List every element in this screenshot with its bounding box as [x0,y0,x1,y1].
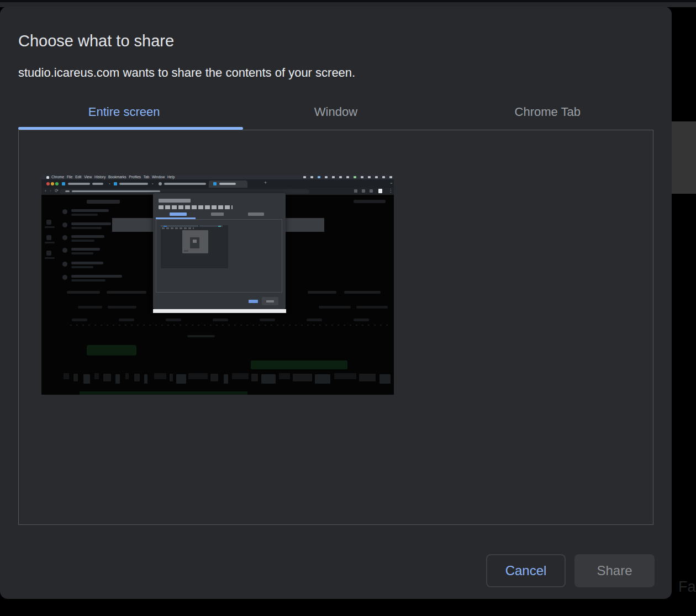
toolbar-control-blur [334,373,356,379]
list-badge-blur [46,220,51,225]
toolbar-control-blur [83,374,90,384]
menubar-status-icon [325,176,328,178]
tab-chrome-tab[interactable]: Chrome Tab [442,100,653,124]
menubar-status-icons [260,176,392,178]
footer-text-blur [78,306,102,309]
toolbar-control-blur [134,374,140,381]
recursive-dialog-title-blur [159,199,191,203]
recursive-share-dialog [153,193,286,309]
menubar-status-icon [368,176,371,178]
toolbar-control-blur [279,373,290,379]
list-row-icon-blur [62,262,67,267]
backdrop-clipped-text: Fa [678,578,696,596]
tab-overflow-icon: ⌄ [389,180,393,185]
recursive-dialog-level3 [182,230,208,253]
recursive-thumbnail-level3 [190,237,199,248]
footer-text-blur [356,306,388,309]
menubar-status-icon [318,176,320,178]
share-button[interactable]: Share [574,554,655,587]
toolbar-control-blur [293,374,312,381]
list-row-icon-blur [62,222,67,227]
dialog-subtitle: studio.icareus.com wants to share the co… [18,66,355,80]
list-row-text-blur [71,222,111,225]
close-traffic-light [46,182,50,185]
list-row-subtext-blur [71,266,93,268]
toolbar-control-blur [154,373,166,379]
menubar-status-icon [310,176,313,178]
page-heading-blur [87,200,120,204]
list-row-subtext-blur [71,227,102,229]
recursive-tab-chrome-tab-blur [248,213,264,216]
mac-menubar-items: Chrome File Edit View History Bookmarks … [51,175,175,179]
profile-icon [370,189,373,193]
list-row-text-blur [71,209,109,212]
mac-menubar: Chrome File Edit View History Bookmarks … [41,175,394,179]
timeline-ruler-blur [70,325,388,326]
menubar-status-icon [361,176,363,178]
apple-icon [46,176,49,179]
list-row-subtext-blur [71,279,106,282]
menubar-status-icon [303,176,306,178]
recursive-share-button-blur [262,297,278,305]
tab-separator: • [152,182,153,185]
recursive-favicon-fleck [218,226,221,227]
toolbar-control-blur [64,373,69,379]
toolbar-control-blur [125,373,129,379]
recursive-toolbar-blur [162,227,194,229]
tab3-favicon [159,182,162,185]
menubar-status-icon [375,176,378,178]
section-header-blur [308,291,336,294]
tab-entire-screen[interactable]: Entire screen [18,100,230,124]
tab1-title-blur [68,183,90,185]
list-badge-label-blur [45,226,55,228]
minimize-traffic-light [51,182,54,185]
list-row-text-blur [71,248,100,251]
recursive-dialog-level4 [193,240,197,243]
cancel-button[interactable]: Cancel [486,554,566,587]
recursive-share-label-blur [266,300,274,302]
timeline-label-blur [166,318,181,321]
active-tab-favicon [213,182,217,185]
toolbar-control-blur [73,374,78,381]
list-row-text-blur [71,262,103,264]
list-badge-blur [46,251,51,256]
menubar-status-icon [332,176,335,178]
list-row-text-blur [71,235,104,238]
list-badge-label-blur [45,257,55,259]
timeline-label-blur [72,318,87,321]
backdrop-window-band [672,121,696,194]
tab3-title-blur [164,183,206,185]
zoom-traffic-light [55,182,59,185]
list-row-icon-blur [62,248,67,253]
toolbar-control-blur [379,374,391,384]
menubar-status-icon [346,176,349,178]
menubar-status-icon [382,176,385,178]
share-picker-dialog: Choose what to share studio.icareus.com … [0,7,672,599]
toolbar-control-blur [144,374,147,384]
toolbar-control-blur [170,374,173,381]
url-blur [65,190,70,193]
toolbar-control-blur [176,374,186,384]
section-header-blur [107,291,146,294]
forward-icon: › [50,188,51,193]
tab1-favicon [62,182,65,185]
tab-window[interactable]: Window [230,100,441,124]
active-tab-title-blur [219,183,236,185]
toolbar-control-blur [315,374,330,384]
toolbar-control-blur [94,373,99,379]
recursive-favicon-fleck [164,226,167,227]
entire-screen-thumbnail[interactable]: Chrome File Edit View History Bookmarks … [41,175,394,395]
recursive-cancel-blur [249,300,258,303]
tab-separator: • [109,182,110,185]
page-text-blur [187,335,215,337]
toolbar-control-blur [251,374,258,381]
dialog-title: Choose what to share [18,32,174,50]
timeline-label-blur [213,318,228,321]
list-badge-blur [46,235,51,240]
menubar-status-icon [389,176,392,178]
page-green-bar-blur [251,360,347,369]
list-row-text-blur [71,275,122,278]
page-green-strip-blur [80,391,247,395]
recursive-thumbnail [161,225,228,268]
browser-tabstrip: • • + ⌄ [41,179,394,188]
